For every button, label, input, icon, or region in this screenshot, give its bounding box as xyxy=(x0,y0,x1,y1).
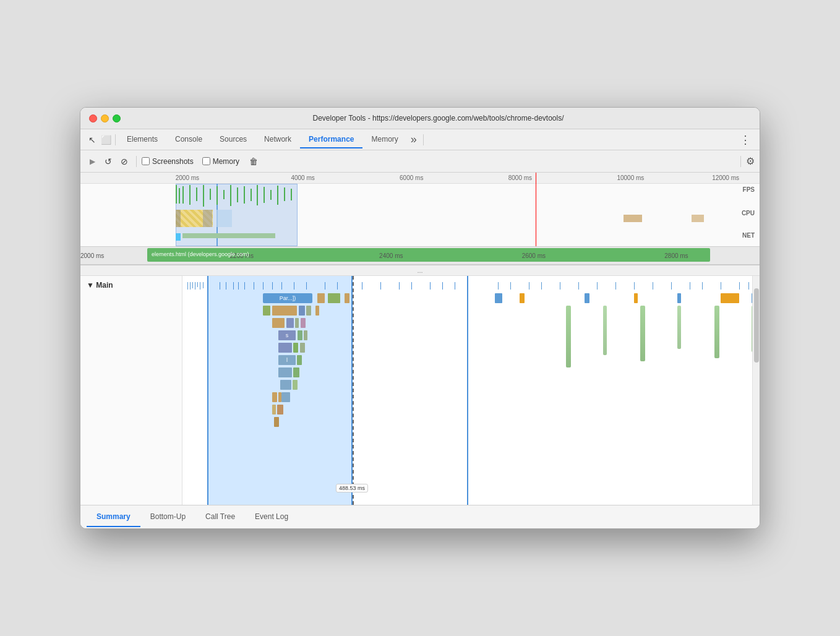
flame-chart[interactable]: 488.53 ms xyxy=(182,276,760,505)
tab-bottom-up[interactable]: Bottom-Up xyxy=(140,507,195,527)
toolbar-divider2 xyxy=(740,156,741,167)
r4b3 xyxy=(295,318,299,328)
task-row-1 xyxy=(182,282,750,290)
tab-console[interactable]: Console xyxy=(166,131,211,148)
ruler-tick-10000: 10000 ms xyxy=(617,174,644,181)
green-bar-right4 xyxy=(677,306,681,349)
net-bar-blue xyxy=(176,233,181,241)
task-row-12 xyxy=(182,417,750,427)
divider2 xyxy=(423,134,424,145)
block-green1 xyxy=(328,293,340,303)
bottom-tabs: Summary Bottom-Up Call Tree Event Log xyxy=(80,505,760,528)
fps-bar xyxy=(230,185,231,206)
main-sidebar: ▼ Main xyxy=(80,276,182,505)
cursor-icon[interactable]: ↖ xyxy=(85,133,99,147)
block-blue2 xyxy=(677,293,681,303)
tab-network[interactable]: Network xyxy=(255,131,300,148)
r3b1 xyxy=(263,306,270,316)
parse-label: Par...]) xyxy=(280,295,296,301)
more-menu-button[interactable]: ⋮ xyxy=(736,132,755,148)
l-label: l xyxy=(286,357,288,363)
ra-b1 xyxy=(495,293,502,303)
vertical-scrollbar[interactable] xyxy=(752,276,760,505)
s-block[interactable]: s xyxy=(278,330,296,340)
task-row-9 xyxy=(182,380,750,390)
fps-bar xyxy=(182,186,184,204)
fps-bar xyxy=(196,187,197,201)
screenshots-checkbox-group[interactable]: Screenshots xyxy=(142,157,194,166)
reload-button[interactable]: ↺ xyxy=(101,155,115,168)
timestamp-badge: 488.53 ms xyxy=(336,484,368,492)
maximize-button[interactable] xyxy=(113,114,121,122)
fps-bar xyxy=(257,185,258,205)
tab-bar: ↖ ⬜ Elements Console Sources Network Per… xyxy=(80,129,760,150)
selection-start-line xyxy=(207,276,208,505)
tab-memory[interactable]: Memory xyxy=(362,131,406,148)
green-bar-right5 xyxy=(714,306,719,358)
dashed-line xyxy=(353,276,354,505)
r9b1 xyxy=(280,380,291,390)
clear-button[interactable]: ⊘ xyxy=(118,155,131,168)
memory-checkbox[interactable] xyxy=(202,157,210,165)
fps-bar xyxy=(264,187,265,203)
r8b2 xyxy=(293,367,299,377)
gear-button[interactable]: ⚙ xyxy=(746,155,755,167)
ruler-tick-12000: 12000 ms xyxy=(712,174,739,181)
screenshots-checkbox[interactable] xyxy=(142,157,150,165)
fps-bar xyxy=(270,190,272,200)
ruler-tick-2000: 2000 ms xyxy=(176,174,199,181)
timeline-zoomed: elements.html (developers.google.com) 20… xyxy=(80,247,760,265)
dock-icon[interactable]: ⬜ xyxy=(99,133,113,147)
cpu-block-tan2 xyxy=(692,215,704,222)
s-label: s xyxy=(286,332,289,338)
scrollbar-thumb[interactable] xyxy=(754,288,759,363)
trash-button[interactable]: 🗑 xyxy=(247,155,260,168)
minimize-button[interactable] xyxy=(101,114,109,122)
tab-elements[interactable]: Elements xyxy=(118,131,166,148)
task-row-3 xyxy=(182,306,750,316)
screenshots-label: Screenshots xyxy=(152,157,194,166)
r3b3 xyxy=(299,306,305,316)
fps-bars xyxy=(80,185,760,207)
cpu-block-tan xyxy=(624,215,642,222)
zoom-tick-2800: 2800 ms xyxy=(664,252,688,259)
timeline-overview: 2000 ms 4000 ms 6000 ms 8000 ms 10000 ms… xyxy=(80,173,760,247)
task-row-5: s xyxy=(182,330,750,340)
tab-call-tree[interactable]: Call Tree xyxy=(195,507,245,527)
fps-bar xyxy=(277,186,278,205)
r10b1 xyxy=(281,392,290,402)
r8b1 xyxy=(278,367,292,377)
net-bar-green xyxy=(182,233,275,238)
fps-bar xyxy=(291,189,292,200)
block-orange1 xyxy=(520,293,525,303)
tab-sources[interactable]: Sources xyxy=(211,131,255,148)
fps-bar xyxy=(176,185,177,204)
r6b2 xyxy=(293,343,298,353)
r4b1 xyxy=(272,318,285,328)
fps-bar xyxy=(203,185,204,207)
l-block[interactable]: l xyxy=(278,355,296,365)
close-button[interactable] xyxy=(89,114,97,122)
parse-block[interactable]: Par...]) xyxy=(263,293,312,303)
record-button[interactable]: ▶ xyxy=(85,155,99,168)
memory-checkbox-group[interactable]: Memory xyxy=(202,157,239,166)
task-row-8 xyxy=(182,367,750,377)
tab-summary[interactable]: Summary xyxy=(87,507,140,527)
tab-event-log[interactable]: Event Log xyxy=(245,507,298,527)
green-bar-right xyxy=(566,306,571,367)
main-panel: ▼ Main 488.53 ms xyxy=(80,276,760,505)
r10b3 xyxy=(272,392,277,402)
r12b1 xyxy=(274,417,279,427)
r5b2 xyxy=(298,330,302,340)
performance-toolbar: ▶ ↺ ⊘ Screenshots Memory 🗑 ⚙ xyxy=(80,150,760,173)
r4b4 xyxy=(301,318,306,328)
ruler-tick-4000: 4000 ms xyxy=(291,174,314,181)
tab-overflow-button[interactable]: » xyxy=(407,132,421,147)
block-blue1 xyxy=(585,293,589,303)
r4b2 xyxy=(286,318,294,328)
r6b3 xyxy=(300,343,305,353)
window-title: Developer Tools - https://developers.goo… xyxy=(126,114,751,122)
block-orange2 xyxy=(634,293,638,303)
memory-label: Memory xyxy=(213,157,239,166)
tab-performance[interactable]: Performance xyxy=(300,131,362,148)
